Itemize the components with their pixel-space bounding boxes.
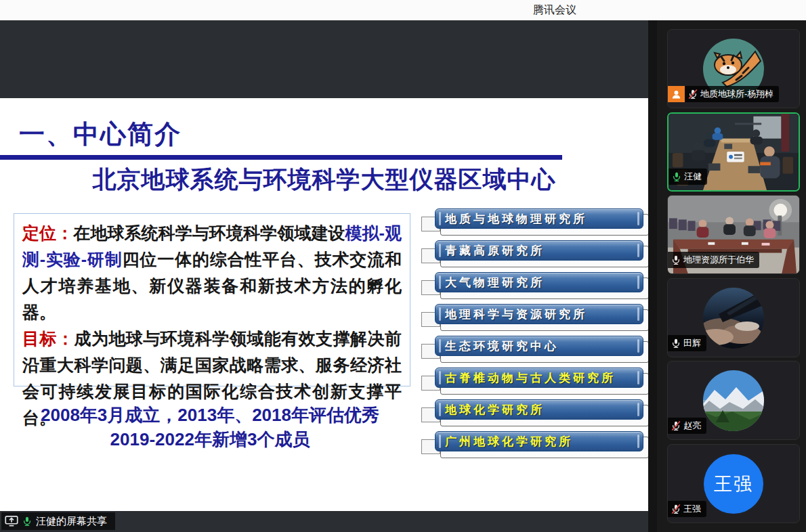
- slide-description: 定位：在地球系统科学与环境科学领域建设模拟-观测-实验-研制四位一体的综合性平台…: [14, 213, 410, 386]
- institute-label: 地质与地球物理研究所: [445, 213, 587, 225]
- participant-name-label: 赵亮: [668, 418, 706, 434]
- share-edge-strip: [648, 20, 657, 532]
- institute-item: 古脊椎动物与古人类研究所: [421, 368, 648, 399]
- institute-item: 地理科学与资源研究所: [421, 304, 648, 336]
- institute-button: 地理科学与资源研究所: [435, 304, 643, 324]
- microphone-icon: [671, 504, 681, 514]
- screen-share-banner: 汪健的屏幕共享: [1, 512, 115, 530]
- participant-tile[interactable]: 地质地球所-杨翔棹: [667, 29, 800, 108]
- participant-label-row: 赵亮: [668, 418, 706, 434]
- screen-share-label: 汪健的屏幕共享: [36, 515, 107, 528]
- slide-subtitle: 北京地球系统与环境科学大型仪器区域中心: [0, 164, 648, 196]
- participant-name-label: 地理资源所于伯华: [668, 252, 759, 268]
- presentation-slide: 一、中心简介 北京地球系统与环境科学大型仪器区域中心 定位：在地球系统科学与环境…: [0, 98, 648, 511]
- microphone-icon: [671, 254, 681, 265]
- institute-label: 地球化学研究所: [445, 404, 545, 416]
- description-segment: 目标：: [22, 329, 74, 348]
- participant-name: 王强: [683, 503, 701, 515]
- participant-name-label: 地质地球所-杨翔棹: [685, 86, 779, 102]
- institute-item: 地质与地球物理研究所: [421, 208, 648, 240]
- participant-list: 地质地球所-杨翔棹: [657, 20, 806, 532]
- institute-button: 青藏高原研究所: [435, 240, 643, 261]
- person-badge-icon: [668, 86, 685, 102]
- window-titlebar: 腾讯会议: [0, 0, 806, 20]
- window-title: 腾讯会议: [533, 3, 576, 18]
- presenter-microphone-icon: [22, 516, 33, 527]
- screen-share-area: 一、中心简介 北京地球系统与环境科学大型仪器区域中心 定位：在地球系统科学与环境…: [0, 20, 657, 532]
- participant-tile[interactable]: 赵亮: [667, 361, 800, 440]
- participant-name: 汪健: [684, 171, 702, 183]
- participant-name-label: 汪健: [669, 169, 707, 185]
- microphone-icon: [687, 89, 698, 99]
- institute-label: 青藏高原研究所: [445, 245, 545, 257]
- participant-tile[interactable]: 地理资源所于伯华: [667, 195, 800, 274]
- milestone-line: 2008年3月成立，2013年、2018年评估优秀: [7, 403, 413, 427]
- participant-label-row: 田辉: [668, 335, 706, 351]
- institute-button: 生态环境研究中心: [435, 336, 643, 356]
- microphone-icon: [671, 338, 681, 349]
- description-segment: 在地球系统科学与环境科学领域建设: [73, 223, 345, 242]
- institute-item: 大气物理研究所: [421, 272, 648, 304]
- institute-button: 古脊椎动物与古人类研究所: [435, 368, 643, 388]
- institute-label: 大气物理研究所: [445, 277, 545, 288]
- participant-label-row: 王强: [668, 501, 706, 517]
- participant-name: 赵亮: [683, 420, 701, 432]
- institute-label: 地理科学与资源研究所: [445, 309, 587, 320]
- screen-share-icon: [5, 515, 18, 527]
- participant-tile[interactable]: 田辉: [667, 278, 800, 357]
- participant-name: 地理资源所于伯华: [683, 254, 754, 266]
- participant-name: 田辉: [683, 337, 701, 349]
- institute-item: 地球化学研究所: [421, 399, 648, 431]
- microphone-icon: [671, 171, 682, 182]
- microphone-icon: [671, 420, 681, 431]
- title-underline: [0, 155, 562, 160]
- description-segment: 定位：: [22, 223, 73, 242]
- institute-label: 生态环境研究中心: [445, 340, 559, 352]
- airplane-wing-avatar: [702, 287, 765, 349]
- institute-item: 广州地球化学研究所: [421, 431, 648, 463]
- slide-title: 一、中心简介: [19, 117, 182, 152]
- initials-avatar-text: 王强: [714, 472, 753, 496]
- institute-button: 大气物理研究所: [435, 272, 643, 292]
- participant-label-row: 地质地球所-杨翔棹: [668, 86, 779, 102]
- initials-avatar: 王强: [704, 454, 763, 514]
- institute-label: 广州地球化学研究所: [445, 436, 573, 447]
- participant-tile[interactable]: 汪健: [667, 112, 800, 192]
- milestone-line: 2019-2022年新增3个成员: [7, 427, 413, 451]
- participant-name-label: 王强: [668, 501, 706, 517]
- institute-button: 地球化学研究所: [435, 399, 643, 420]
- institute-list: 地质与地球物理研究所 青藏高原研究所 大气物理研究所 地理科学与资源研究所 生态…: [421, 208, 648, 463]
- description-paragraph: 定位：在地球系统科学与环境科学领域建设模拟-观测-实验-研制四位一体的综合性平台…: [22, 220, 402, 326]
- participant-label-row: 汪健: [669, 169, 707, 185]
- meeting-window: 腾讯会议 一、中心简介 北京地球系统与环境科学大型仪器区域中心 定位：在地球系统…: [0, 0, 806, 532]
- participant-name-label: 田辉: [668, 335, 706, 351]
- mountain-photo-avatar: [702, 370, 765, 432]
- institute-item: 青藏高原研究所: [421, 240, 648, 272]
- institute-label: 古脊椎动物与古人类研究所: [445, 372, 616, 384]
- institute-item: 生态环境研究中心: [421, 336, 648, 368]
- institute-button: 广州地球化学研究所: [435, 431, 643, 451]
- participant-tile[interactable]: 王强 王强: [667, 444, 800, 523]
- slide-milestones: 2008年3月成立，2013年、2018年评估优秀2019-2022年新增3个成…: [7, 403, 413, 451]
- participant-sidebar[interactable]: 地质地球所-杨翔棹: [657, 20, 806, 532]
- participant-label-row: 地理资源所于伯华: [668, 252, 759, 268]
- institute-button: 地质与地球物理研究所: [435, 208, 643, 229]
- participant-name: 地质地球所-杨翔棹: [700, 88, 773, 100]
